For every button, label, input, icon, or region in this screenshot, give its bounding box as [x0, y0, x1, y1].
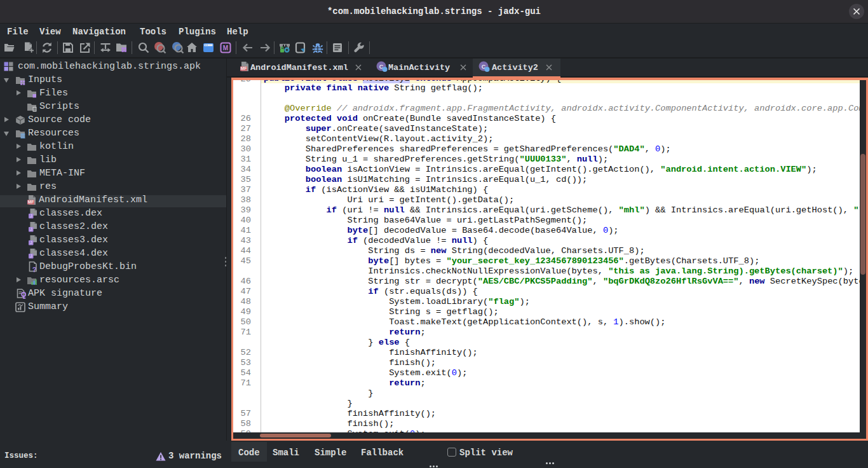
svg-text:MF: MF: [28, 200, 34, 204]
svg-text:J: J: [30, 226, 32, 232]
svg-text:J: J: [30, 253, 32, 259]
svg-text:M: M: [223, 45, 228, 52]
svg-text:MF: MF: [241, 66, 247, 71]
svg-text:?: ?: [32, 266, 37, 273]
svg-text:J: J: [30, 213, 32, 219]
svg-text:J: J: [30, 240, 32, 245]
